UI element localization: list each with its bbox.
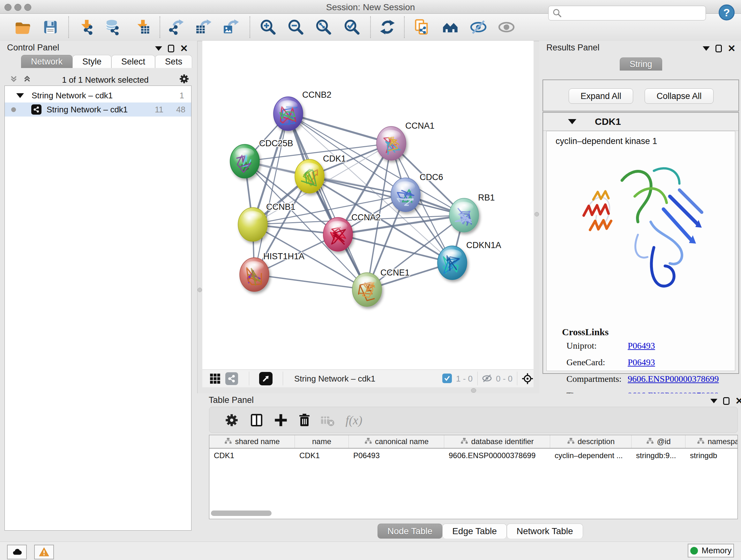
network-row-selected[interactable]: String Network – cdk1 11 48: [5, 103, 191, 117]
horizontal-splitter-handle[interactable]: [471, 388, 476, 393]
apply-layout-button[interactable]: [377, 17, 398, 37]
network-canvas[interactable]: CCNB2CCNA1CDC25BCDK1CDC6RB1CCNB1CCNA2CDK…: [202, 41, 534, 369]
edge-CCNB2-CCNA1[interactable]: [288, 114, 391, 143]
collapse-panel-icon[interactable]: [155, 46, 162, 51]
column-header-shared-name[interactable]: shared name: [209, 435, 295, 448]
left-splitter-handle[interactable]: [198, 288, 202, 292]
export-network-button[interactable]: [165, 17, 186, 37]
tab-network[interactable]: Network: [21, 55, 72, 68]
table-cell[interactable]: stringdb:9...: [631, 449, 685, 462]
column-header-name[interactable]: name: [295, 435, 349, 448]
column-namespace-icon: [224, 437, 232, 446]
search-input[interactable]: [548, 6, 706, 20]
edge-CCNB2-CCNE1[interactable]: [288, 114, 367, 290]
warnings-button[interactable]: [34, 545, 54, 559]
import-network-file-button[interactable]: [76, 17, 97, 37]
collapse-results-icon[interactable]: [703, 46, 710, 51]
close-results-icon[interactable]: ✕: [728, 45, 736, 52]
edge-HIST1H1A-CCNE1[interactable]: [254, 274, 367, 290]
table-row[interactable]: CDK1CDK1P064939606.ENSP00000378699cyclin…: [209, 449, 738, 462]
save-session-button[interactable]: [40, 17, 61, 37]
table-cell[interactable]: CDK1: [209, 449, 295, 462]
import-table-button[interactable]: [132, 17, 153, 37]
string-share-icon[interactable]: [225, 372, 238, 385]
table-cell[interactable]: stringdb: [685, 449, 738, 462]
add-column-icon[interactable]: [271, 411, 290, 430]
protein-card-header[interactable]: CDK1: [543, 113, 738, 131]
export-table-button[interactable]: [193, 17, 214, 37]
selected-checkbox-icon[interactable]: [442, 374, 452, 383]
collapse-all-tree-icon[interactable]: [22, 74, 32, 86]
close-table-panel-icon[interactable]: ✕: [735, 397, 741, 405]
table-cell[interactable]: cyclin–dependent ...: [550, 449, 631, 462]
network-collection-row[interactable]: String Network – cdk1 1: [5, 88, 191, 103]
open-session-button[interactable]: [12, 17, 32, 37]
node-RB1[interactable]: [449, 198, 479, 232]
duplicate-network-button[interactable]: [412, 17, 432, 37]
node-CDC25B[interactable]: [230, 144, 259, 178]
network-options-gear-icon[interactable]: [179, 73, 190, 86]
memory-status-dot: [690, 547, 698, 555]
zoom-in-button[interactable]: [258, 17, 278, 37]
node-CCNA2[interactable]: [323, 217, 353, 251]
show-details-button[interactable]: [496, 17, 517, 37]
node-CDKN1A[interactable]: [437, 246, 467, 280]
tab-select[interactable]: Select: [111, 55, 155, 68]
tree-expand-icon[interactable]: [16, 93, 24, 98]
close-panel-icon[interactable]: ✕: [180, 45, 188, 52]
table-cell[interactable]: 9606.ENSP00000378699: [444, 449, 550, 462]
open-in-window-icon[interactable]: [259, 372, 273, 385]
node-CCNB1[interactable]: [238, 207, 267, 241]
expand-all-tree-icon[interactable]: [9, 74, 18, 86]
table-horizontal-scrollbar[interactable]: [211, 510, 272, 516]
cloud-button[interactable]: [7, 545, 27, 559]
table-cell[interactable]: P06493: [349, 449, 444, 462]
collapse-table-panel-icon[interactable]: [711, 399, 718, 403]
node-HIST1H1A[interactable]: [240, 258, 269, 292]
tab-string[interactable]: String: [620, 57, 662, 71]
navigator-target-icon[interactable]: [522, 373, 534, 386]
node-CCNA1[interactable]: [377, 126, 406, 160]
table-options-gear-icon[interactable]: [222, 411, 241, 430]
hide-details-button[interactable]: [468, 17, 488, 37]
crosslink-link[interactable]: P06493: [628, 341, 655, 351]
export-image-button[interactable]: [221, 17, 241, 37]
table-cell[interactable]: CDK1: [295, 449, 349, 462]
collapse-all-button[interactable]: Collapse All: [645, 88, 714, 104]
column-header-namespace[interactable]: namespace: [685, 435, 738, 448]
delete-column-icon[interactable]: [295, 411, 314, 430]
node-table[interactable]: shared namenamecanonical namedatabase id…: [209, 435, 738, 519]
node-CDK1[interactable]: [295, 159, 324, 193]
expand-all-button[interactable]: Expand All: [569, 88, 633, 104]
collapse-protein-icon[interactable]: [568, 119, 576, 124]
show-columns-icon[interactable]: [247, 411, 266, 430]
tab-node-table[interactable]: Node Table: [378, 523, 442, 539]
right-splitter-handle[interactable]: [535, 212, 539, 216]
column-header-canonical-name[interactable]: canonical name: [349, 435, 444, 448]
column-header-description[interactable]: description: [550, 435, 631, 448]
tab-sets[interactable]: Sets: [155, 55, 192, 68]
node-CDC6[interactable]: [391, 178, 420, 212]
first-neighbors-button[interactable]: [440, 17, 461, 37]
float-panel-icon[interactable]: [168, 45, 174, 52]
zoom-fit-button[interactable]: [313, 17, 334, 37]
column-header-@id[interactable]: @id: [631, 435, 685, 448]
node-CCNB2[interactable]: [273, 97, 303, 131]
memory-button[interactable]: Memory: [688, 544, 734, 557]
tab-edge-table[interactable]: Edge Table: [442, 523, 507, 539]
zoom-selected-button[interactable]: [342, 17, 362, 37]
float-table-panel-icon[interactable]: [723, 397, 730, 405]
column-header-database-identifier[interactable]: database identifier: [444, 435, 550, 448]
tab-style[interactable]: Style: [72, 55, 111, 68]
tab-network-table[interactable]: Network Table: [507, 523, 583, 539]
birdseye-grid-icon[interactable]: [209, 373, 221, 386]
zoom-out-button[interactable]: [286, 17, 306, 37]
edge-CCNB2-HIST1H1A[interactable]: [254, 114, 288, 274]
refresh-icon: [379, 19, 396, 36]
import-network-database-button[interactable]: [103, 17, 124, 37]
crosslink-link[interactable]: P06493: [628, 357, 655, 368]
float-results-icon[interactable]: [716, 45, 722, 52]
node-CCNE1[interactable]: [352, 273, 382, 307]
help-button[interactable]: ?: [719, 4, 735, 20]
crosslink-link[interactable]: 9606.ENSP00000378699: [628, 374, 719, 384]
